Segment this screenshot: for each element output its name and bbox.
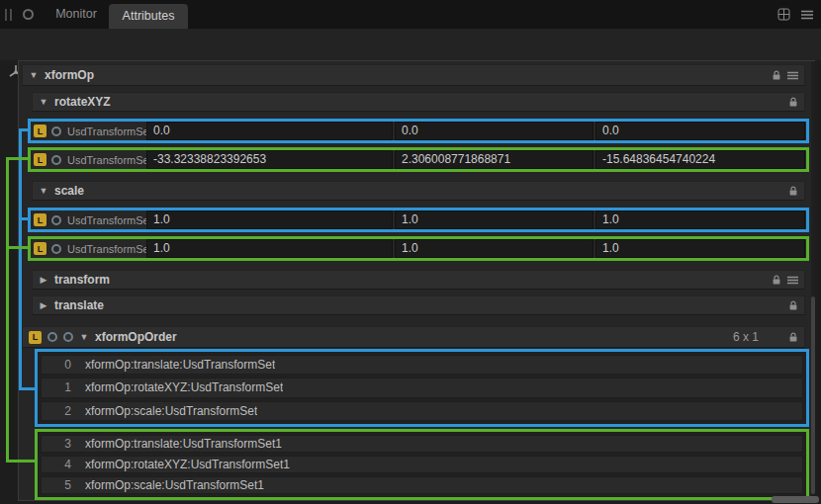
xformoporder-item[interactable]: 3 xformOp:translate:UsdTransformSet1 <box>41 435 803 453</box>
item-index: 3 <box>42 437 71 451</box>
value-x-field[interactable]: -33.32338823392653 <box>146 150 393 169</box>
value-z-field[interactable]: 1.0 <box>595 210 805 229</box>
xformoporder-item[interactable]: 1 xformOp:rotateXYZ:UsdTransformSet <box>41 378 803 397</box>
item-index: 5 <box>42 478 71 492</box>
value-source-icon[interactable] <box>51 126 61 136</box>
layer-badge-icon: L <box>29 331 42 344</box>
lock-icon[interactable] <box>788 332 798 343</box>
collapse-triangle-icon[interactable]: ▼ <box>39 186 48 196</box>
item-value: xformOp:scale:UsdTransformSet <box>85 404 257 418</box>
circle-icon[interactable] <box>23 9 34 20</box>
item-value: xformOp:rotateXYZ:UsdTransformSet <box>85 380 283 394</box>
annotation-blue-line <box>19 128 28 131</box>
expand-triangle-icon[interactable]: ▶ <box>39 300 48 310</box>
section-label: translate <box>54 298 104 312</box>
state-icon[interactable] <box>47 332 57 342</box>
state-icon[interactable] <box>63 332 73 342</box>
lock-icon[interactable] <box>772 70 781 81</box>
annotation-green-line <box>6 460 35 462</box>
value-x-field[interactable]: 1.0 <box>146 239 393 258</box>
attr-row-scale-usdtransformset1: L UsdTransformSet1 1.0 1.0 1.0 <box>28 236 809 261</box>
item-index: 2 <box>42 404 71 418</box>
section-header-xformop[interactable]: ▼ xformOp <box>22 64 805 86</box>
row-label: UsdTransformSet <box>67 214 146 226</box>
xformoporder-item[interactable]: 0 xformOp:translate:UsdTransformSet <box>41 355 803 375</box>
item-value: xformOp:translate:UsdTransformSet1 <box>85 437 282 451</box>
layer-badge-icon: L <box>34 153 46 166</box>
xformoporder-item[interactable]: 4 xformOp:rotateXYZ:UsdTransformSet1 <box>41 456 803 473</box>
section-label: transform <box>54 273 110 287</box>
row-label: UsdTransformSet <box>67 126 146 137</box>
value-x-field[interactable]: 1.0 <box>146 210 393 229</box>
value-y-field[interactable]: 1.0 <box>395 239 593 258</box>
window-drag-handle-icon[interactable] <box>5 9 12 21</box>
path-bar: /Robot/MainControl/BodyShell/HeadNew ▼ <box>0 29 821 60</box>
annotation-blue-line <box>19 217 28 220</box>
attr-row-scale-usdtransformset: L UsdTransformSet 1.0 1.0 1.0 <box>28 208 809 232</box>
collapse-triangle-icon[interactable]: ▼ <box>79 332 89 342</box>
value-y-field[interactable]: 0.0 <box>395 122 593 140</box>
item-value: xformOp:rotateXYZ:UsdTransformSet1 <box>85 458 290 471</box>
layer-badge-icon: L <box>34 213 46 226</box>
item-value: xformOp:translate:UsdTransformSet <box>85 358 275 372</box>
annotation-green-line <box>6 246 28 249</box>
annotation-green-rect: 3 xformOp:translate:UsdTransformSet1 4 x… <box>35 429 809 500</box>
item-value: xformOp:scale:UsdTransformSet1 <box>85 478 264 492</box>
section-label: rotateXYZ <box>54 95 111 109</box>
section-header-transform[interactable]: ▶ transform <box>32 270 805 290</box>
annotation-blue-rect: 0 xformOp:translate:UsdTransformSet 1 xf… <box>35 349 809 427</box>
xformoporder-item[interactable]: 2 xformOp:scale:UsdTransformSet <box>41 401 803 421</box>
item-index: 4 <box>42 458 71 471</box>
value-source-icon[interactable] <box>51 244 61 254</box>
layer-badge-icon: L <box>34 125 46 137</box>
layout-grid-icon[interactable] <box>777 8 790 21</box>
xformoporder-item[interactable]: 5 xformOp:scale:UsdTransformSet1 <box>41 476 803 494</box>
section-header-translate[interactable]: ▶ translate <box>32 295 805 315</box>
annotation-blue-line <box>19 128 22 390</box>
lock-icon[interactable] <box>788 97 798 108</box>
section-header-rotatexyz[interactable]: ▼ rotateXYZ <box>32 92 805 112</box>
value-z-field[interactable]: 0.0 <box>595 122 805 140</box>
lock-icon[interactable] <box>788 186 798 197</box>
annotation-green-line <box>6 157 9 462</box>
lock-icon[interactable] <box>772 275 781 286</box>
attributes-window: Monitor Attributes /Robot/MainControl/Bo… <box>0 0 821 504</box>
item-index: 1 <box>42 380 71 394</box>
annotation-blue-line <box>19 387 35 390</box>
value-source-icon[interactable] <box>51 215 61 225</box>
section-menu-icon[interactable] <box>787 71 798 80</box>
value-z-field[interactable]: -15.64836454740224 <box>595 150 805 169</box>
tab-bar: Monitor Attributes <box>0 0 821 29</box>
value-z-field[interactable]: 1.0 <box>595 239 805 258</box>
tab-attributes[interactable]: Attributes <box>109 4 188 29</box>
expand-triangle-icon[interactable]: ▶ <box>39 275 48 285</box>
array-size-label: 6 x 1 <box>733 330 759 344</box>
annotation-green-line <box>6 157 28 160</box>
value-source-icon[interactable] <box>51 155 61 165</box>
section-label: xformOp <box>45 68 94 82</box>
row-label: UsdTransformSet1 <box>67 243 146 255</box>
section-menu-icon[interactable] <box>787 276 798 285</box>
value-y-field[interactable]: 1.0 <box>395 210 593 229</box>
collapse-triangle-icon[interactable]: ▼ <box>29 70 39 80</box>
menu-icon[interactable] <box>801 10 813 20</box>
section-header-scale[interactable]: ▼ scale <box>32 181 805 201</box>
row-label: UsdTransformSet1 <box>67 154 146 166</box>
value-x-field[interactable]: 0.0 <box>146 122 393 140</box>
item-index: 0 <box>42 358 71 372</box>
tab-monitor[interactable]: Monitor <box>44 0 109 29</box>
lock-icon[interactable] <box>788 300 798 311</box>
value-y-field[interactable]: 2.306008771868871 <box>395 150 593 169</box>
section-header-xformoporder[interactable]: L ▼ xformOpOrder 6 x 1 <box>22 326 805 348</box>
collapse-triangle-icon[interactable]: ▼ <box>39 97 48 107</box>
section-label: scale <box>54 184 84 198</box>
attr-row-rotate-usdtransformset1: L UsdTransformSet1 -33.32338823392653 2.… <box>28 147 809 172</box>
vertical-scrollbar-thumb[interactable] <box>811 296 815 494</box>
layer-badge-icon: L <box>34 242 46 255</box>
horizontal-scrollbar-thumb[interactable] <box>772 496 819 503</box>
section-label: xformOpOrder <box>95 330 177 344</box>
attr-row-rotate-usdtransformset: L UsdTransformSet 0.0 0.0 0.0 <box>28 119 809 143</box>
